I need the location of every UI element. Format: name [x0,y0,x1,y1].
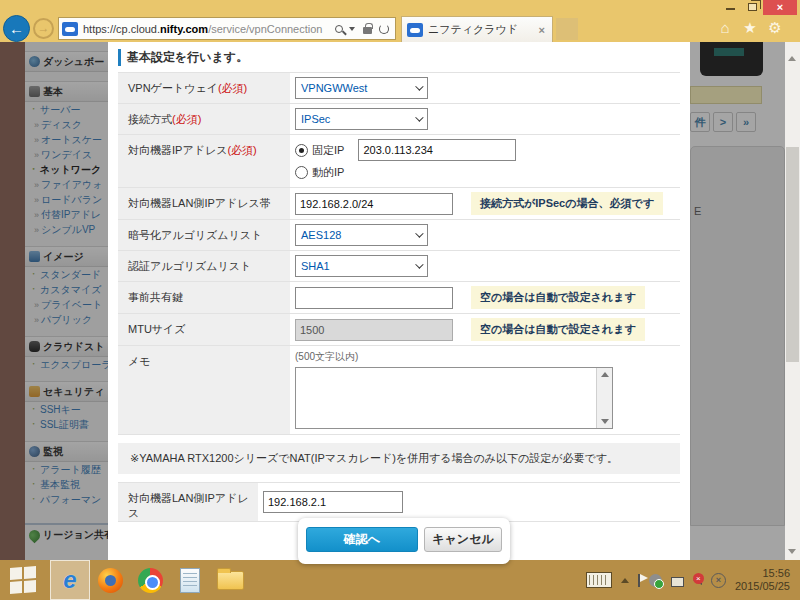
memo-textarea[interactable] [295,367,613,429]
update-tray-icon[interactable] [649,574,662,587]
clock-date: 2015/05/25 [735,580,790,593]
mtu-auto-hint: 空の場合は自動で設定されます [471,318,645,341]
volume-muted-icon[interactable] [693,575,702,585]
search-icon[interactable] [335,25,343,33]
required-badge: (必須) [227,144,256,156]
settings-gear-icon[interactable]: ⚙ [766,19,784,37]
window-titlebar: × [0,0,800,15]
taskbar: e × 15:56 2015/05/25 [0,560,800,600]
peer-lan-range-input[interactable] [295,193,453,215]
address-dropdown-icon[interactable] [349,27,355,31]
system-tray: × 15:56 2015/05/25 [586,567,800,593]
vpn-gateway-select[interactable]: VPNGWWest [295,77,428,99]
yamaha-note: ※YAMAHA RTX1200シリーズでNAT(IPマスカレード)を併用する場合… [118,443,680,474]
site-favicon-icon [62,22,78,36]
desktop: × ← → https://cp.cloud.nifty.com/service… [0,0,800,600]
peer-ip-label: 対向機器IPアドレス [128,144,227,156]
forward-button[interactable]: → [33,18,54,39]
network-icon[interactable] [671,577,684,587]
start-button[interactable] [10,566,36,594]
scrollbar-up-icon[interactable] [788,56,796,61]
new-tab-button[interactable] [556,18,578,40]
fixed-ip-radio-label: 固定IP [312,143,344,158]
nat-form: 対向機器LAN側IPアドレス [118,482,680,522]
minimize-button[interactable] [726,8,735,10]
taskbar-chrome-button[interactable] [130,560,170,600]
scrollbar-thumb[interactable] [786,147,799,362]
taskbar-clock[interactable]: 15:56 2015/05/25 [735,567,794,593]
fixed-ip-radio[interactable] [295,144,308,157]
ie-icon: e [63,566,76,594]
peer-lan-ip-input[interactable] [263,491,403,513]
form-row-encryption: 暗号化アルゴリズムリスト AES128 [118,220,680,251]
keyboard-icon[interactable] [586,572,612,588]
chevron-down-icon [409,225,427,245]
required-badge: (必須) [218,82,247,94]
encryption-label: 暗号化アルゴリズムリスト [128,229,262,241]
dynamic-ip-radio-label: 動的IP [312,165,344,180]
form-row-mtu: MTUサイズ 空の場合は自動で設定されます [118,314,680,346]
cancel-button[interactable]: キャンセル [424,527,502,552]
scroll-up-icon[interactable] [601,372,609,377]
mtu-label: MTUサイズ [128,323,186,335]
form-row-auth: 認証アルゴリズムリスト SHA1 [118,251,680,282]
chevron-down-icon [409,256,427,276]
modal-title: 基本設定を行います。 [118,49,680,66]
tray-close-icon[interactable]: × [711,573,726,588]
form-row-peer-ip: 対向機器IPアドレス(必須) 固定IP 動的IP [118,135,680,188]
firefox-icon [98,568,123,593]
favorites-star-icon[interactable]: ★ [741,19,759,37]
modal-button-bar: 確認へ キャンセル [298,518,510,564]
peer-lan-range-label: 対向機器LAN側IPアドレス帯 [128,197,271,209]
refresh-icon[interactable] [379,24,389,34]
show-hidden-icons[interactable] [621,578,629,583]
tab-favicon-icon [407,23,423,37]
taskbar-ie-button[interactable]: e [50,560,90,600]
required-badge: (必須) [172,113,201,125]
memo-scrollbar[interactable] [596,368,612,428]
taskbar-explorer-button[interactable] [210,560,250,600]
vpn-gateway-label: VPNゲートウェイ [128,82,218,94]
auth-label: 認証アルゴリズムリスト [128,260,251,272]
scrollbar-down-icon[interactable] [788,549,796,554]
browser-tab[interactable]: ニフティクラウド × [401,16,553,42]
close-button[interactable]: × [763,0,797,16]
psk-input[interactable] [295,287,453,309]
back-button[interactable]: ← [3,15,30,42]
auth-select[interactable]: SHA1 [295,255,428,277]
psk-label: 事前共有鍵 [128,291,183,303]
form-row-vpn-gateway: VPNゲートウェイ(必須) VPNGWWest [118,73,680,104]
mtu-input [295,319,453,341]
vpn-settings-modal: 基本設定を行います。 VPNゲートウェイ(必須) VPNGWWest 接続方式(… [108,42,690,560]
tab-close-icon[interactable]: × [537,24,547,36]
restore-button[interactable] [748,3,757,11]
peer-lan-ip-label: 対向機器LAN側IPアドレス [128,492,249,519]
notepad-icon [180,568,200,593]
tab-title: ニフティクラウド [428,22,537,37]
form-row-psk: 事前共有鍵 空の場合は自動で設定されます [118,282,680,314]
address-bar[interactable]: https://cp.cloud.nifty.com/service/vpnCo… [58,17,396,40]
browser-scrollbar[interactable] [785,42,800,560]
scroll-down-icon[interactable] [601,419,609,424]
connection-type-select[interactable]: IPSec [295,108,428,130]
connection-type-label: 接続方式 [128,113,172,125]
form-row-memo: メモ (500文字以内) [118,346,680,435]
clock-time: 15:56 [735,567,790,580]
peer-ip-input[interactable] [358,139,516,161]
chevron-down-icon [409,109,427,129]
dynamic-ip-radio[interactable] [295,166,308,179]
settings-form: VPNゲートウェイ(必須) VPNGWWest 接続方式(必須) IPSec 対… [118,72,680,435]
url-text: https://cp.cloud.nifty.com/service/vpnCo… [83,23,333,35]
ssl-lock-icon [363,27,372,34]
taskbar-notepad-button[interactable] [170,560,210,600]
browser-viewport: ダッシュボー基本・サーバー»ディスク»オートスケー»ワンデイス・ネットワーク»フ… [0,42,800,560]
memo-label: メモ [128,355,151,367]
action-center-flag-icon[interactable] [638,574,640,587]
taskbar-firefox-button[interactable] [90,560,130,600]
folder-icon [217,571,244,590]
form-row-peer-lan-range: 対向機器LAN側IPアドレス帯 接続方式がIPSecの場合、必須です [118,188,680,220]
ipsec-required-hint: 接続方式がIPSecの場合、必須です [471,192,663,215]
home-icon[interactable]: ⌂ [716,19,734,37]
encryption-select[interactable]: AES128 [295,224,428,246]
confirm-button[interactable]: 確認へ [306,527,418,552]
